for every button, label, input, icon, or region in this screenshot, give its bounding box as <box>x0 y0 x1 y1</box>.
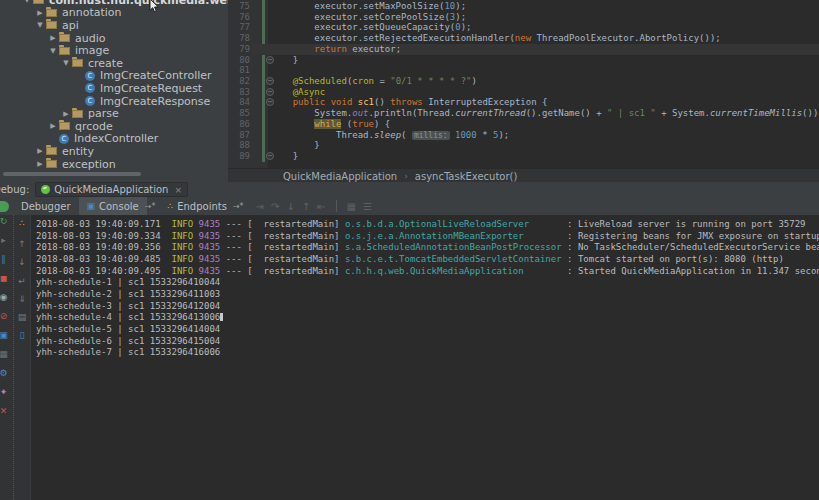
code-line-80[interactable]: } <box>271 55 819 66</box>
tree-item-create[interactable]: ▼create <box>0 57 228 70</box>
tree-item-ImgCreateResponse[interactable]: CImgCreateResponse <box>0 95 228 108</box>
view-breakpoints-icon[interactable]: ◉ <box>0 293 10 302</box>
line-number: 83 <box>228 87 250 98</box>
tree-collapse-icon[interactable]: ▶ <box>47 122 59 130</box>
tab-debugger[interactable]: Debugger <box>13 197 79 215</box>
code-line-76[interactable]: executor.setCorePoolSize(3); <box>271 12 819 23</box>
restore-layout-icon[interactable]: ▦ <box>0 350 10 359</box>
vcs-change-bar <box>262 0 265 162</box>
tree-item-qrcode[interactable]: ▶qrcode <box>0 120 228 133</box>
tree-item-label: ImgCreateController <box>100 69 212 82</box>
tab-endpoints[interactable]: ∴Endpoints <box>159 197 234 215</box>
settings-icon[interactable]: ⚙ <box>0 369 10 378</box>
mute-breakpoints-icon[interactable]: ⊘ <box>0 312 10 321</box>
console-output[interactable]: 2018-08-03 19:40:09.171 INFO 9435 --- [ … <box>36 219 819 500</box>
breadcrumb-class[interactable]: QuickMediaApplication <box>283 171 397 182</box>
tree-item-IndexController[interactable]: CIndexController <box>0 133 228 146</box>
tree-item-label: audio <box>75 32 105 45</box>
breadcrumb-method[interactable]: asyncTaskExecutor() <box>415 171 518 182</box>
tree-expand-icon[interactable]: ▼ <box>34 21 46 29</box>
tree-collapse-icon[interactable]: ▶ <box>34 147 46 155</box>
debug-session-tab[interactable]: QuickMediaApplication × <box>35 182 188 197</box>
jump-to-source-icon[interactable]: →* <box>233 202 244 211</box>
jump-to-source-icon[interactable]: →* <box>145 202 156 211</box>
tree-collapse-icon[interactable]: ▶ <box>34 160 46 168</box>
tree-item-exception[interactable]: ▶exception <box>0 158 228 171</box>
stdout-line: yhh-schedule-6 | sc1 1533296415004 <box>36 336 819 348</box>
log-line: 2018-08-03 19:40:09.334 INFO 9435 --- [ … <box>36 231 819 243</box>
print-icon[interactable]: ▤ <box>14 313 30 322</box>
tree-item-ImgCreateController[interactable]: CImgCreateController <box>0 70 228 83</box>
tree-collapse-icon[interactable]: ▶ <box>47 34 59 42</box>
code-line-84[interactable]: public void sc1() throws InterruptedExce… <box>271 97 819 108</box>
tree-item-parse[interactable]: ▶parse <box>0 107 228 120</box>
code-line-86[interactable]: while (true) { <box>271 119 819 130</box>
tree-expand-icon[interactable]: ▼ <box>47 47 59 55</box>
code-line-78[interactable]: executor.setRejectedExecutionHandler(new… <box>271 33 819 44</box>
code-line-85[interactable]: System.out.println(Thread.currentThread(… <box>271 108 819 119</box>
tree-collapse-icon[interactable]: ▶ <box>34 9 46 17</box>
toolbar-separator <box>336 200 337 212</box>
code-line-88[interactable]: } <box>271 140 819 151</box>
tree-item-label: ImgCreateResponse <box>100 95 210 108</box>
tab-label: Console <box>99 201 139 212</box>
pin-icon[interactable]: ✦ <box>0 388 10 397</box>
package-icon <box>46 9 57 17</box>
code-line-87[interactable]: Thread.sleep( millis: 1000 * 5); <box>271 130 819 141</box>
view-breakpoints-icon[interactable]: ▦ <box>347 201 356 212</box>
step-out-icon[interactable]: ↑ <box>302 201 310 212</box>
stdout-line: yhh-schedule-1 | sc1 1533296410044 <box>36 277 819 289</box>
tab-console[interactable]: ▣Console <box>79 197 147 215</box>
close-tab-icon[interactable]: × <box>174 185 182 195</box>
tree-item-label: exception <box>62 158 116 171</box>
restart-app-icon[interactable] <box>0 201 9 212</box>
code-line-83[interactable]: @Async <box>271 87 819 98</box>
tree-item-annotation[interactable]: ▶annotation <box>0 7 228 20</box>
resume-icon[interactable]: ▸ <box>0 236 10 245</box>
tree-expand-icon[interactable]: ▼ <box>60 59 72 67</box>
line-number: 79 <box>228 44 250 55</box>
mouse-cursor-icon <box>149 0 161 14</box>
line-number: 81 <box>228 65 250 76</box>
clear-all-icon[interactable]: ▯ <box>14 331 30 340</box>
down-stack-icon[interactable]: ↓ <box>14 258 30 267</box>
scroll-to-end-icon[interactable]: ⇓ <box>14 295 30 304</box>
log-line: 2018-08-03 19:40:09.485 INFO 9435 --- [ … <box>36 254 819 266</box>
code-line-89[interactable]: } <box>271 151 819 162</box>
debug-session-tab-label: QuickMediaApplication <box>54 184 168 195</box>
tree-item-api[interactable]: ▼api <box>0 19 228 32</box>
soft-wrap-icon[interactable]: ↵ <box>14 277 30 286</box>
step-over-icon[interactable]: ↷ <box>271 201 279 212</box>
tree-horizontal-scrollbar[interactable] <box>3 172 141 176</box>
stdout-line: yhh-schedule-2 | sc1 1533296411003 <box>36 289 819 301</box>
tree-item-ImgCreateRequest[interactable]: CImgCreateRequest <box>0 82 228 95</box>
console-icon: ▣ <box>87 202 96 211</box>
code-line-75[interactable]: executor.setMaxPoolSize(10); <box>271 1 819 12</box>
tree-item-entity[interactable]: ▶entity <box>0 145 228 158</box>
code-line-82[interactable]: @Scheduled(cron = "0/1 * * * * ?") <box>271 76 819 87</box>
thread-dump-icon[interactable]: ▣ <box>0 331 10 340</box>
tree-item-label: entity <box>62 145 94 158</box>
tree-collapse-icon[interactable]: ▶ <box>60 110 72 118</box>
debug-view-tabbar: Debugger▣Console→*∴Endpoints→* ⇥↷↓↑⇤▦☰ <box>0 197 819 216</box>
ide-window: ▼com.hust.hui.quickmedia.web▶annotation▼… <box>0 0 819 500</box>
tree-item-image[interactable]: ▼image <box>0 44 228 57</box>
up-stack-icon[interactable]: ↑ <box>14 240 30 249</box>
tree-expand-icon[interactable]: ▼ <box>21 0 33 4</box>
close-icon[interactable]: ✕ <box>0 407 10 416</box>
project-tree-panel[interactable]: ▼com.hust.hui.quickmedia.web▶annotation▼… <box>0 0 229 182</box>
code-line-81[interactable] <box>271 65 819 76</box>
step-into-icon[interactable]: ↓ <box>286 201 294 212</box>
run-to-cursor-icon[interactable]: ⇤ <box>317 201 325 212</box>
tree-item-audio[interactable]: ▶audio <box>0 32 228 45</box>
show-execution-point-icon[interactable]: ⇥ <box>256 201 264 212</box>
bean-icon[interactable]: ∴ <box>14 219 30 228</box>
stop-icon[interactable]: ◼ <box>0 274 10 283</box>
pause-icon[interactable]: ‖ <box>0 255 10 264</box>
layout-settings-icon[interactable]: ☰ <box>363 201 372 212</box>
tree-item-label: api <box>62 19 79 32</box>
rerun-icon[interactable]: ↻ <box>0 217 10 226</box>
code-line-77[interactable]: executor.setQueueCapacity(0); <box>271 22 819 33</box>
code-line-79[interactable]: return executor; <box>271 44 819 55</box>
log-line: 2018-08-03 19:40:09.495 INFO 9435 --- [ … <box>36 266 819 278</box>
